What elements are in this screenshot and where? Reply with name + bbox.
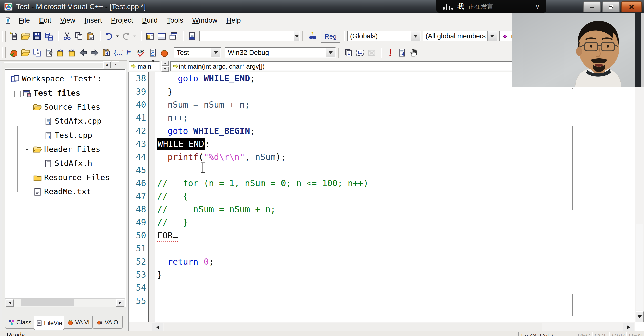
code-line[interactable]: 55 xyxy=(129,294,635,307)
insert-breakpoint-icon[interactable] xyxy=(408,47,419,58)
execute-program-icon[interactable] xyxy=(384,47,396,58)
wizardbar-class-combo[interactable]: (Globals) xyxy=(347,31,421,41)
find-input[interactable] xyxy=(200,31,294,41)
refresh-doc-icon[interactable] xyxy=(147,47,158,58)
workspace-tab-filevie[interactable]: FileVie xyxy=(34,316,64,330)
paste-special-icon[interactable] xyxy=(101,47,112,58)
build-icon[interactable] xyxy=(354,47,366,58)
compile-icon[interactable] xyxy=(343,47,354,58)
nav-back-icon[interactable] xyxy=(77,47,89,58)
project-combo-dropdown[interactable] xyxy=(211,48,220,57)
menu-view[interactable]: View xyxy=(56,15,80,26)
project-combo[interactable]: Test xyxy=(174,47,221,58)
menu-project[interactable]: Project xyxy=(107,15,138,26)
menu-file[interactable]: File xyxy=(14,15,34,26)
configuration-combo-dropdown[interactable] xyxy=(326,48,335,57)
save-all-icon[interactable] xyxy=(43,30,54,42)
workspace-hscrollbar[interactable]: ◄ ► xyxy=(5,298,125,307)
code-line[interactable]: 48// nSum = nSum + n; xyxy=(129,203,635,216)
va-find-ref-icon[interactable] xyxy=(43,47,54,58)
new-file-icon[interactable] xyxy=(8,30,20,42)
close-button[interactable] xyxy=(621,1,642,12)
scroll-right-button[interactable] xyxy=(623,323,634,332)
va-scope-spinner[interactable] xyxy=(161,61,169,72)
tree-expand-icon[interactable]: − xyxy=(24,105,30,111)
copy-icon[interactable] xyxy=(73,30,85,42)
comment-icon[interactable]: /* xyxy=(124,47,135,58)
minimize-button[interactable] xyxy=(583,1,601,12)
code-line[interactable]: 53} xyxy=(129,268,635,281)
workspace-tab-va-o[interactable]: VA O xyxy=(92,316,123,329)
tree-item-source-files[interactable]: −Source Files xyxy=(5,100,125,114)
cut-icon[interactable] xyxy=(61,30,73,42)
code-line[interactable]: 43WHILE_END: xyxy=(129,137,635,150)
menu-tools[interactable]: Tools xyxy=(162,15,188,26)
dropdown-icon[interactable] xyxy=(115,30,120,42)
menu-window[interactable]: Window xyxy=(188,15,222,26)
find-in-files-icon[interactable]: ? xyxy=(307,30,318,42)
code-line[interactable]: 44 printf("%d\r\n", nSum); xyxy=(129,150,635,163)
vscroll-thumb[interactable] xyxy=(636,224,643,310)
va-folder-icon[interactable] xyxy=(20,47,31,58)
va-scope-dropdown[interactable] xyxy=(152,62,159,70)
document-window-icon[interactable] xyxy=(4,17,12,24)
tree-item-readme-txt[interactable]: ReadMe.txt xyxy=(5,185,125,199)
code-line[interactable]: 49// } xyxy=(129,216,635,229)
restore-button[interactable] xyxy=(602,1,620,12)
menu-help[interactable]: Help xyxy=(222,15,246,26)
scroll-left-icon[interactable]: ◄ xyxy=(6,299,14,307)
find-dropdown-button[interactable] xyxy=(294,31,299,41)
nav-forward-icon[interactable] xyxy=(89,47,101,58)
chevron-down-icon[interactable]: ∨ xyxy=(535,3,540,10)
menu-build[interactable]: Build xyxy=(138,15,162,26)
va-open-file-icon[interactable] xyxy=(8,47,20,58)
toolbar-grip[interactable] xyxy=(2,47,6,58)
code-area[interactable]: 38 goto WHILE_END;39 }40 nSum = nSum + n… xyxy=(129,72,635,322)
tree-expand-icon[interactable]: − xyxy=(14,91,21,97)
tree-item-workspace-test-[interactable]: Workspace 'Test': xyxy=(5,72,125,86)
workspace-hscroll-thumb[interactable] xyxy=(21,299,74,306)
output-pane-icon[interactable] xyxy=(156,30,168,42)
code-line[interactable]: 52 return 0; xyxy=(129,255,635,268)
redo-disabled-icon[interactable] xyxy=(120,30,132,42)
tree-expand-icon[interactable]: − xyxy=(24,147,30,153)
code-line[interactable]: 40 nSum = nSum + n; xyxy=(129,98,635,111)
code-line[interactable]: 50FOR xyxy=(129,229,635,242)
panel-close-button[interactable]: × xyxy=(112,61,119,68)
save-icon[interactable] xyxy=(31,30,43,42)
workspace-tab-class[interactable]: Class xyxy=(5,316,35,329)
tree-item-header-files[interactable]: −Header Files xyxy=(5,143,125,157)
tree-item-stdafx-h[interactable]: StdAfx.h xyxy=(5,157,125,171)
tree-item-resource-files[interactable]: Resource Files xyxy=(5,171,125,185)
paste-icon[interactable] xyxy=(85,30,96,42)
scroll-down-button[interactable] xyxy=(636,311,644,322)
open-file-icon[interactable] xyxy=(20,30,31,42)
va-undo-file-icon[interactable] xyxy=(54,47,66,58)
undo-icon[interactable] xyxy=(103,30,115,42)
tree-item-test-files[interactable]: −Test files xyxy=(5,86,125,100)
va-tomato-icon[interactable] xyxy=(158,47,170,58)
tree-item-stdafx-cpp[interactable]: StdAfx.cpp xyxy=(5,114,125,129)
spinner-down-icon[interactable] xyxy=(161,66,169,72)
spinner-up-icon[interactable] xyxy=(161,61,169,66)
code-line[interactable]: 42 goto WHILE_BEGIN; xyxy=(129,124,635,137)
braces-icon[interactable]: {…} xyxy=(112,47,124,58)
workspace-pane-icon[interactable] xyxy=(144,30,156,42)
code-line[interactable]: 46// for (n = 1, nSum = 0; n <= 100; n++… xyxy=(129,177,635,190)
scroll-right-icon[interactable]: ► xyxy=(116,299,124,307)
windows-icon[interactable] xyxy=(168,30,179,42)
scroll-left-button[interactable] xyxy=(152,323,163,332)
workspace-tab-va-vi[interactable]: VA Vi xyxy=(63,316,94,329)
find-combobox[interactable] xyxy=(199,31,300,41)
wizardbar-members-combo[interactable]: (All global members xyxy=(423,31,497,41)
stop-build-disabled-icon[interactable] xyxy=(366,47,377,58)
find-in-doc-icon[interactable] xyxy=(186,30,198,42)
dropdown-disabled-icon[interactable] xyxy=(132,30,137,42)
code-line[interactable]: 47// { xyxy=(129,190,635,203)
code-line[interactable]: 51 xyxy=(129,242,635,255)
regex-button[interactable]: Reg xyxy=(321,30,340,43)
panel-collapse-button[interactable]: ▲ xyxy=(103,61,111,68)
code-line[interactable]: 41 n++; xyxy=(129,111,635,124)
panel-gripper[interactable] xyxy=(4,62,105,68)
class-combo-dropdown[interactable] xyxy=(411,31,420,41)
